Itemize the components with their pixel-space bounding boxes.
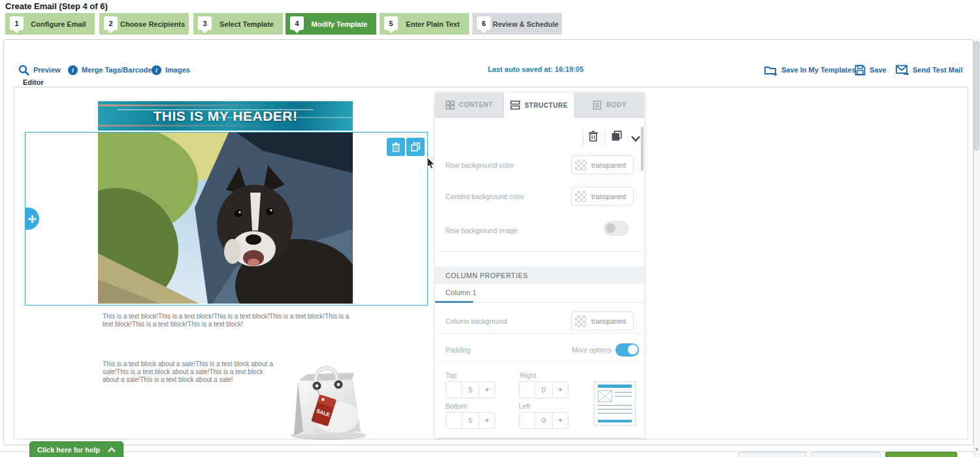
text-block[interactable]: This is a text block!This is a text bloc…: [103, 313, 354, 328]
preview-line: [598, 409, 632, 410]
decrement-button[interactable]: [519, 382, 535, 398]
duplicate-row-properties-button[interactable]: [612, 131, 622, 144]
divider: [435, 333, 644, 334]
wizard-button-back[interactable]: [738, 452, 806, 457]
step-number-badge: 4: [290, 16, 304, 30]
padding-bottom-stepper: 5 +: [446, 412, 495, 429]
merge-tags-button[interactable]: i Merge Tags/Barcodes: [68, 63, 156, 76]
padding-bottom-value[interactable]: 5: [462, 413, 479, 428]
tab-content[interactable]: CONTENT: [435, 93, 504, 118]
collapse-section-button[interactable]: [631, 133, 640, 144]
column-properties-header: COLUMN PROPERTIES: [435, 266, 644, 284]
step-select-template[interactable]: 3 Select Template: [193, 13, 283, 35]
create-email-page: Create Email (Step 4 of 6) 1 Configure E…: [0, 0, 980, 457]
step-configure-email[interactable]: 1 Configure Email: [5, 13, 95, 35]
divider: [435, 361, 644, 362]
mouse-cursor: [427, 157, 436, 169]
padding-right-value[interactable]: 0: [535, 382, 552, 398]
padding-preview-thumbnail: [594, 381, 636, 426]
duplicate-row-button[interactable]: [406, 138, 425, 156]
increment-button[interactable]: +: [552, 382, 568, 398]
step-number-badge: 5: [384, 16, 398, 30]
info-icon: i: [152, 65, 161, 75]
save-button[interactable]: Save: [855, 63, 887, 76]
preview-button[interactable]: Preview: [18, 63, 61, 76]
more-options-label: More options: [553, 346, 612, 354]
floppy-disk-icon: [855, 65, 866, 76]
padding-top-value[interactable]: 5: [462, 382, 479, 398]
move-icon: [28, 215, 37, 223]
save-in-templates-button[interactable]: Save In My Templates: [764, 63, 856, 76]
page-title: Create Email (Step 4 of 6): [5, 1, 108, 11]
dog-image-block[interactable]: [98, 133, 353, 304]
step-choose-recipients[interactable]: 2 Choose Recipients: [99, 13, 189, 35]
properties-panel: CONTENT STRUCTURE BODY ROW PROPERTIES: [435, 93, 644, 437]
panel-scrollbar-thumb[interactable]: [641, 127, 644, 171]
envelope-icon: [896, 65, 909, 75]
row-bg-color-picker[interactable]: transparent: [571, 155, 634, 174]
preview-top-bar: [598, 385, 632, 388]
preview-image-placeholder: [598, 390, 612, 402]
decrement-button[interactable]: [446, 413, 462, 428]
send-test-mail-button[interactable]: Send Test Mail: [896, 63, 962, 76]
column-1-tab[interactable]: Column 1: [446, 289, 476, 296]
tab-body[interactable]: BODY: [574, 93, 644, 118]
chevron-up-icon: [108, 447, 116, 452]
content-bg-color-picker[interactable]: transparent: [571, 187, 634, 206]
increment-button[interactable]: +: [552, 413, 568, 428]
decrement-button[interactable]: [519, 413, 535, 428]
vertical-scrollbar-thumb[interactable]: [974, 41, 979, 151]
copy-icon: [612, 131, 622, 141]
preview-line: [598, 413, 632, 414]
step-review-schedule[interactable]: 6 Review & Schedule: [472, 13, 562, 35]
delete-row-properties-button[interactable]: [588, 131, 598, 144]
padding-left-stepper: 0 +: [519, 412, 568, 429]
step-modify-template[interactable]: 4 Modify Template: [286, 13, 376, 35]
structure-rows-icon: [510, 101, 520, 110]
divider: [605, 129, 606, 146]
step-enter-plain-text[interactable]: 5 Enter Plain Text: [380, 13, 469, 35]
scrollbar-down-arrow[interactable]: ▾: [974, 447, 979, 453]
row-bg-image-label: Row background image: [446, 227, 517, 234]
search-icon: [18, 65, 29, 76]
preview-line: [615, 396, 632, 397]
chevron-down-icon: [631, 136, 640, 142]
autosave-status: Last auto saved at: 16:19:05: [457, 65, 614, 73]
sale-text-block[interactable]: This is a text block about a sale!This i…: [103, 360, 280, 384]
padding-right-label: Right: [520, 371, 536, 379]
preview-line: [615, 392, 632, 393]
active-tab-underline: [435, 301, 473, 303]
transparency-checker-swatch: [575, 159, 587, 171]
banner-text: THIS IS MY HEADER!: [98, 101, 353, 131]
preview-line: [598, 405, 632, 406]
dog-photo: [98, 133, 353, 304]
row-bg-image-toggle[interactable]: [604, 221, 629, 236]
delete-row-button[interactable]: [387, 138, 405, 156]
step-number-badge: 2: [104, 16, 118, 30]
folder-icon: [764, 65, 777, 76]
decrement-button[interactable]: [446, 382, 462, 398]
column-bg-picker[interactable]: transparent: [571, 311, 634, 330]
help-button[interactable]: Click here for help: [29, 441, 123, 457]
shopping-bag-image[interactable]: SALE: [280, 355, 374, 441]
grid-icon: [446, 101, 455, 110]
padding-left-value[interactable]: 0: [535, 413, 552, 428]
editor-legend: Editor: [20, 78, 47, 86]
more-options-toggle[interactable]: [615, 343, 639, 356]
wizard-button-secondary[interactable]: [811, 452, 881, 457]
tab-structure[interactable]: STRUCTURE: [504, 93, 574, 118]
images-button[interactable]: i Images: [152, 63, 190, 76]
wizard-button-next[interactable]: [885, 452, 957, 457]
divider: [583, 129, 583, 146]
toggle-knob: [628, 345, 638, 355]
step-number-badge: 1: [10, 16, 24, 30]
padding-top-stepper: 5 +: [446, 381, 495, 398]
increment-button[interactable]: +: [479, 382, 495, 398]
padding-right-stepper: 0 +: [519, 381, 568, 398]
email-header-image[interactable]: THIS IS MY HEADER!: [98, 101, 353, 131]
info-icon: i: [68, 65, 78, 75]
transparency-checker-swatch: [575, 315, 587, 327]
increment-button[interactable]: +: [479, 413, 495, 428]
divider: [435, 251, 644, 252]
step-number-badge: 3: [198, 16, 212, 30]
